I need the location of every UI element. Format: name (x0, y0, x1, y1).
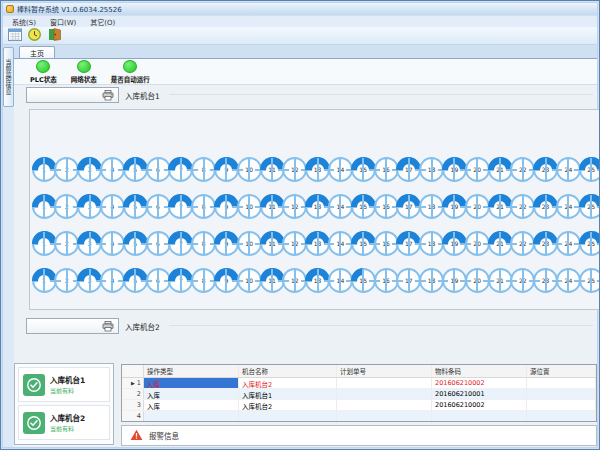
slot-circle: 15 (351, 268, 376, 293)
slot-circle: 6 (146, 157, 171, 182)
clock-button[interactable] (26, 28, 43, 44)
slot-circle: 23 (533, 157, 558, 182)
table-cell[interactable]: 201606210001 (432, 389, 527, 399)
slot-circle: 4 (100, 194, 125, 219)
slot-circle: 12 (282, 231, 307, 256)
table-row[interactable]: 4 (122, 411, 596, 422)
warning-icon (130, 426, 143, 445)
machine1-card-status: 当前有料 (50, 386, 85, 395)
printer-icon (102, 86, 114, 105)
slot-circle: 24 (556, 231, 581, 256)
slot-circle: 9 (214, 268, 239, 293)
table-cell[interactable]: 入库机台1 (239, 389, 337, 399)
slot-circle: 3 (77, 268, 102, 293)
table-row[interactable]: 3入库入库机台2201606210002 (122, 400, 596, 411)
slot-circle: 1 (32, 157, 57, 182)
slot-circle: 4 (100, 157, 125, 182)
machine1-print-button[interactable] (26, 87, 119, 103)
table-cell[interactable] (527, 400, 596, 410)
slot-circle: 19 (442, 194, 467, 219)
table-cell[interactable] (527, 378, 596, 388)
machine2-print-button[interactable] (26, 318, 119, 334)
slot-circle: 16 (374, 268, 399, 293)
table-cell[interactable] (239, 411, 337, 421)
slot-circle: 21 (488, 157, 513, 182)
table-cell[interactable] (337, 389, 432, 399)
table-cell[interactable]: 201606210002 (432, 400, 527, 410)
slot-circle: 11 (260, 268, 285, 293)
slot-circle: 25 (579, 231, 599, 256)
exit-button[interactable] (46, 28, 63, 44)
slot-circle: 24 (556, 194, 581, 219)
slot-circle: 22 (510, 157, 535, 182)
machine-cards-panel: 入库机台1 当前有料 入库机台2 当前有料 (14, 363, 114, 445)
table-cell[interactable] (432, 411, 527, 421)
slot-circle: 7 (168, 268, 193, 293)
slot-circle: 16 (374, 194, 399, 219)
slot-circle: 20 (465, 268, 490, 293)
slot-circle: 11 (260, 157, 285, 182)
column-header[interactable]: 物料条码 (432, 365, 527, 377)
slot-circle: 25 (579, 157, 599, 182)
table-cell[interactable]: 入库 (144, 389, 239, 399)
slot-circle: 18 (419, 194, 444, 219)
slot-circle: 22 (510, 231, 535, 256)
slot-circle: 7 (168, 194, 193, 219)
slot-circle: 24 (556, 157, 581, 182)
slot-circle: 19 (442, 268, 467, 293)
slot-circle: 2 (54, 268, 79, 293)
network-status-lamp (77, 60, 91, 73)
app-icon (6, 5, 14, 13)
table-cell[interactable] (337, 378, 432, 388)
slot-circle: 1 (32, 268, 57, 293)
table-cell[interactable]: 入库 (144, 400, 239, 410)
side-panel-tab[interactable]: 当前监控信息 (3, 47, 14, 107)
slot-row: 1234567891011121314151617181920212223242… (31, 231, 599, 256)
slot-circle: 8 (191, 157, 216, 182)
status-network: 网络状态 (71, 59, 97, 84)
table-cell[interactable]: 入库机台2 (239, 400, 337, 410)
table-row[interactable]: ▶1入库入库机台2201606210002 (122, 378, 596, 389)
slot-circle: 20 (465, 231, 490, 256)
slot-circle: 3 (77, 157, 102, 182)
slot-circle: 1 (32, 231, 57, 256)
slot-circle: 8 (191, 231, 216, 256)
slot-circle: 4 (100, 268, 125, 293)
column-header[interactable]: 源位置 (527, 365, 596, 377)
slot-circle: 23 (533, 268, 558, 293)
slot-circle: 2 (54, 157, 79, 182)
slot-circle: 7 (168, 157, 193, 182)
calendar-icon (8, 26, 22, 45)
table-cell[interactable]: 入库 (144, 378, 239, 388)
table-cell[interactable] (337, 400, 432, 410)
slot-circle: 13 (305, 194, 330, 219)
slot-circle: 18 (419, 268, 444, 293)
table-cell[interactable] (527, 389, 596, 399)
tool-bar (3, 27, 597, 45)
column-header[interactable]: 操作类型 (144, 365, 239, 377)
slot-circle: 21 (488, 268, 513, 293)
slot-circle: 25 (579, 268, 599, 293)
slot-circle: 10 (237, 231, 262, 256)
auto-run-status-label: 是否自动运行 (111, 74, 150, 84)
slot-circle: 6 (146, 194, 171, 219)
table-cell[interactable] (144, 411, 239, 421)
slot-circle: 10 (237, 157, 262, 182)
slot-circle: 21 (488, 194, 513, 219)
table-cell[interactable]: 201606210002 (432, 378, 527, 388)
slot-circle: 1 (32, 194, 57, 219)
slot-circle: 11 (260, 194, 285, 219)
table-row[interactable]: 2入库入库机台1201606210001 (122, 389, 596, 400)
slot-circle: 20 (465, 157, 490, 182)
column-header[interactable]: 计划单号 (337, 365, 432, 377)
slot-circle: 17 (396, 157, 421, 182)
menu-other[interactable]: 其它(O) (85, 16, 120, 28)
table-cell[interactable] (337, 411, 432, 421)
slot-circle: 5 (123, 194, 148, 219)
calendar-button[interactable] (6, 28, 23, 44)
row-header: 4 (122, 411, 144, 421)
machine1-card-title: 入库机台1 (50, 374, 85, 385)
table-cell[interactable] (527, 411, 596, 421)
column-header[interactable]: 机台名称 (239, 365, 337, 377)
table-cell[interactable]: 入库机台2 (239, 378, 337, 388)
